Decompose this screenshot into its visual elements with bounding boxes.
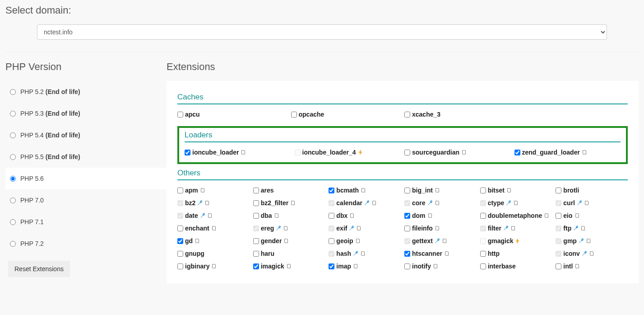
book-icon[interactable] [286,263,292,269]
extension-item[interactable]: hash [329,250,401,257]
extension-item[interactable]: haru [253,250,325,257]
wrench-icon[interactable] [364,200,370,206]
reset-extensions-button[interactable]: Reset Extensions [8,261,70,277]
extension-item[interactable]: ereg [253,225,325,232]
extension-item[interactable]: zend_guard_loader [514,149,621,156]
extension-item[interactable]: exif [329,225,401,232]
extension-item[interactable]: calendar [329,199,401,207]
book-icon[interactable] [360,251,366,256]
book-icon[interactable] [349,213,355,218]
extension-checkbox[interactable] [404,150,410,155]
domain-select[interactable]: nctest.info [37,24,607,40]
extension-item[interactable]: dba [253,212,325,219]
php-version-radio[interactable] [10,132,16,138]
extension-item[interactable]: opcache [291,111,401,118]
book-icon[interactable] [204,200,210,206]
extension-checkbox[interactable] [291,112,297,118]
extension-item[interactable]: filter [480,225,552,232]
book-icon[interactable] [435,200,440,206]
php-version-option[interactable]: PHP 5.5 (End of life) [5,146,167,168]
book-icon[interactable] [241,150,246,155]
php-version-radio[interactable] [10,111,16,117]
extension-item[interactable]: dbx [329,212,401,219]
wrench-icon[interactable] [435,238,440,244]
extension-checkbox[interactable] [177,263,183,269]
wrench-icon[interactable] [573,226,579,231]
extension-checkbox[interactable] [480,251,486,257]
extension-item[interactable]: imap [329,263,401,270]
extension-item[interactable]: gmagick [480,237,552,244]
extension-item[interactable]: htscanner [404,250,477,257]
extension-checkbox[interactable] [404,251,410,257]
extension-item[interactable]: ares [253,187,325,194]
php-version-radio[interactable] [10,176,16,182]
extension-checkbox[interactable] [404,213,410,219]
extension-item[interactable]: gender [253,237,325,244]
extension-item[interactable]: bz2 [177,199,250,207]
book-icon[interactable] [580,226,586,231]
extension-item[interactable]: brotli [556,187,628,194]
extension-checkbox[interactable] [480,188,486,193]
php-version-radio[interactable] [10,89,16,95]
extension-checkbox[interactable] [404,226,410,231]
extension-checkbox[interactable] [404,263,410,269]
wrench-icon[interactable] [579,238,584,244]
extension-item[interactable]: ioncube_loader [185,149,291,156]
extension-checkbox[interactable] [177,238,183,244]
book-icon[interactable] [461,150,467,155]
extension-item[interactable]: bcmath [329,187,401,194]
extension-item[interactable]: sourceguardian [404,149,511,156]
php-version-option[interactable]: PHP 7.2 [5,233,167,254]
extension-item[interactable]: gettext [404,237,477,244]
extension-checkbox[interactable] [177,188,183,193]
book-icon[interactable] [353,263,358,269]
extension-checkbox[interactable] [480,213,486,219]
book-icon[interactable] [355,238,361,244]
book-icon[interactable] [444,251,449,256]
book-icon[interactable] [575,263,580,269]
book-icon[interactable] [195,238,200,244]
extension-checkbox[interactable] [329,213,334,219]
extension-item[interactable]: imagick [253,263,325,270]
extension-checkbox[interactable] [514,150,520,155]
extension-checkbox[interactable] [329,263,334,269]
extension-item[interactable]: enchant [177,225,250,232]
extension-item[interactable]: gmp [556,237,628,244]
extension-item[interactable]: apm [177,187,250,194]
php-version-option[interactable]: PHP 7.0 [5,189,167,211]
book-icon[interactable] [435,188,440,193]
book-icon[interactable] [211,263,217,269]
extension-item[interactable]: geoip [329,237,401,244]
wrench-icon[interactable] [353,251,358,256]
extension-item[interactable]: bz2_filter [253,199,325,207]
extension-checkbox[interactable] [556,188,561,193]
extension-item[interactable]: apcu [177,111,287,118]
wrench-icon[interactable] [427,200,433,206]
book-icon[interactable] [356,226,361,231]
book-icon[interactable] [442,238,447,244]
book-icon[interactable] [274,213,279,218]
php-version-option[interactable]: PHP 7.1 [5,211,167,233]
php-version-radio[interactable] [10,219,16,225]
extension-item[interactable]: core [404,199,477,207]
book-icon[interactable] [283,238,289,244]
book-icon[interactable] [435,226,440,231]
book-icon[interactable] [283,226,288,231]
extension-item[interactable]: doublemetaphone [480,212,552,219]
wrench-icon[interactable] [503,226,509,231]
book-icon[interactable] [433,263,438,269]
book-icon[interactable] [200,188,205,193]
extension-item[interactable]: inotify [404,263,477,270]
extension-item[interactable]: xcache_3 [404,111,514,118]
book-icon[interactable] [371,200,377,206]
book-icon[interactable] [586,238,591,244]
extension-item[interactable]: iconv [556,250,628,257]
php-version-radio[interactable] [10,241,16,247]
wrench-icon[interactable] [577,200,582,206]
book-icon[interactable] [290,200,296,206]
extension-item[interactable]: eio [556,212,628,219]
book-icon[interactable] [207,213,213,218]
wrench-icon[interactable] [506,200,511,206]
extension-checkbox[interactable] [404,188,410,193]
extension-checkbox[interactable] [253,263,259,269]
